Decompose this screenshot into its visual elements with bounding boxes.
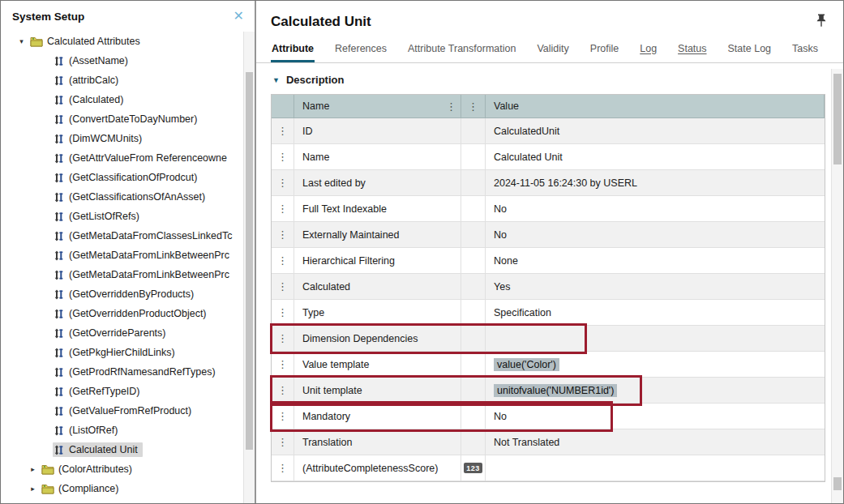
row-mini-cell (461, 222, 486, 247)
tree-item[interactable]: (GetOverrideParents) (1, 323, 243, 343)
tree-item-selection: (AssetName) (53, 53, 133, 68)
row-drag-handle[interactable]: ⋮ (272, 404, 294, 429)
row-drag-handle[interactable]: ⋮ (272, 144, 294, 169)
row-mini-cell (461, 429, 486, 455)
tab-state-log[interactable]: State Log (727, 36, 773, 62)
left-scrollbar[interactable] (243, 32, 255, 503)
row-drag-handle[interactable]: ⋮ (272, 300, 294, 325)
attribute-icon (54, 173, 64, 183)
tree-item[interactable]: (DimWCMUnits) (1, 129, 243, 148)
tree-item-selection: (GetAttrValueFrom Referenceowne (53, 151, 232, 165)
tab-references[interactable]: References (334, 36, 388, 62)
tab-attribute-transformation[interactable]: Attribute Transformation (407, 36, 516, 62)
tab-attribute[interactable]: Attribute (271, 36, 315, 62)
attribute-value-cell[interactable] (486, 455, 825, 481)
tree-item[interactable]: (Calculated) (1, 90, 243, 109)
tree-item[interactable]: (GetProdRfNamesandRefTypes) (1, 362, 243, 382)
value-column-header: Value (486, 95, 825, 117)
row-drag-handle[interactable]: ⋮ (272, 118, 294, 143)
row-drag-handle[interactable]: ⋮ (272, 429, 294, 455)
close-icon[interactable]: ✕ (233, 10, 244, 23)
attribute-value-cell[interactable]: Not Translated (486, 429, 825, 455)
tab-validity[interactable]: Validity (536, 36, 569, 62)
right-scrollbar-thumb[interactable] (833, 74, 842, 164)
attribute-value-cell[interactable]: Yes (486, 274, 825, 299)
row-drag-handle[interactable]: ⋮ (272, 326, 294, 351)
tree-item[interactable]: (GetClassificationOfProdcut) (1, 168, 243, 187)
tree-item[interactable]: (AssetName) (1, 51, 243, 70)
tab-profile[interactable]: Profile (589, 36, 619, 62)
tree-item-selection: (GetValueFromRefProduct) (53, 404, 196, 418)
attribute-name-cell: Externally Maintained (294, 222, 461, 247)
tab-tasks[interactable]: Tasks (791, 36, 819, 62)
tab-status[interactable]: Status (677, 36, 707, 62)
tree-folder-calculated-attributes[interactable]: ▾ Calculated Attributes (1, 32, 243, 51)
attribute-table-body: ⋮IDCalculatedUnit⋮NameCalculated Unit⋮La… (272, 118, 825, 481)
tree-folder-compliance[interactable]: ▸(Compliance) (1, 479, 243, 498)
attribute-value-cell[interactable]: Specification (486, 300, 825, 325)
pin-icon[interactable] (816, 14, 827, 31)
left-panel-header: System Setup ✕ (1, 1, 255, 32)
tree-item[interactable]: (attribCalc) (1, 70, 243, 90)
tree-folder-label: (ColorAttributes) (58, 463, 132, 475)
template-value-chip: unitofvalue('NUMBER1id') (494, 384, 617, 397)
attribute-value-cell[interactable] (486, 326, 825, 351)
tree-folder-colorattributes[interactable]: ▸(ColorAttributes) (1, 459, 243, 479)
collapse-arrow-icon[interactable]: ▸ (28, 465, 37, 473)
tree-item-label: (GetPkgHierChildLinks) (69, 347, 175, 358)
row-drag-handle[interactable]: ⋮ (272, 352, 294, 377)
attribute-value-cell[interactable]: None (486, 248, 825, 273)
right-scrollbar[interactable] (831, 69, 843, 503)
tree-item[interactable]: (GetOverriddenProductObject) (1, 304, 243, 323)
attribute-value-cell[interactable]: No (486, 222, 825, 247)
tree-item-label: (attribCalc) (69, 75, 118, 86)
tree-item[interactable]: (GetAttrValueFrom Referenceowne (1, 148, 243, 168)
attribute-value-cell[interactable]: No (486, 196, 825, 221)
row-drag-handle[interactable]: ⋮ (272, 170, 294, 195)
row-drag-handle[interactable]: ⋮ (272, 222, 294, 247)
attribute-name-cell: Value template (294, 352, 461, 377)
tree-item-selection: (GetClassificationsOfAnAsset) (53, 190, 210, 204)
attribute-icon (54, 270, 64, 280)
attribute-value-cell[interactable]: CalculatedUnit (486, 118, 825, 143)
table-row: ⋮Full Text IndexableNo (272, 196, 825, 222)
column-menu-icon[interactable]: ⋮ (446, 100, 456, 113)
tree-item[interactable]: (GetClassificationsOfAnAsset) (1, 187, 243, 207)
row-drag-handle[interactable]: ⋮ (272, 274, 294, 299)
attribute-value-cell[interactable]: No (486, 404, 825, 429)
attribute-table: Name ⋮ ⋮ Value ⋮IDCalculatedUnit⋮NameCal… (271, 94, 825, 482)
column-menu-icon[interactable]: ⋮ (468, 100, 478, 113)
tree-item[interactable]: (ConvertDateToDayNumber) (1, 109, 243, 129)
template-value-chip: value('Color') (494, 358, 559, 371)
row-drag-handle[interactable]: ⋮ (272, 248, 294, 273)
tree-item[interactable]: (GetValueFromRefProduct) (1, 401, 243, 421)
attribute-value-cell[interactable]: unitofvalue('NUMBER1id') (486, 378, 825, 403)
attribute-value-cell[interactable]: 2024-11-05 16:24:30 by USERL (486, 170, 825, 195)
expand-arrow-icon[interactable]: ▾ (17, 37, 26, 45)
tree-item[interactable]: Calculated Unit (1, 440, 243, 459)
collapse-arrow-icon[interactable]: ▸ (28, 485, 37, 493)
row-drag-handle[interactable]: ⋮ (272, 378, 294, 403)
left-scrollbar-thumb[interactable] (246, 72, 253, 450)
tree-item[interactable]: (GetRefTypeID) (1, 382, 243, 401)
tree-item[interactable]: (GetOverriddenByProducts) (1, 284, 243, 304)
tree-item[interactable]: (GetMetaDataFromLinkBetweenPrc (1, 265, 243, 284)
attribute-name-cell: ID (294, 118, 461, 143)
tree-item[interactable]: (GetListOfRefs) (1, 207, 243, 226)
tab-log[interactable]: Log (639, 36, 658, 62)
section-description[interactable]: ▼ Description (272, 74, 829, 86)
row-drag-handle[interactable]: ⋮ (272, 455, 294, 481)
tree-item[interactable]: (GetPkgHierChildLinks) (1, 343, 243, 362)
tree-item[interactable]: (GetMetaDataFromClassesLinkedTc (1, 226, 243, 246)
right-scrollbar-lower-thumb[interactable] (833, 477, 842, 490)
tree-item[interactable]: (GetMetaDataFromLinkBetweenPrc (1, 246, 243, 265)
attribute-value-cell[interactable]: value('Color') (486, 352, 825, 377)
tree-item[interactable]: (ListOfRef) (1, 421, 243, 440)
table-row: ⋮NameCalculated Unit (272, 144, 825, 170)
row-drag-handle[interactable]: ⋮ (272, 196, 294, 221)
app-window: System Setup ✕ ▾ Calculated Attributes (… (0, 0, 844, 504)
attribute-value-cell[interactable]: Calculated Unit (486, 144, 825, 169)
table-row: ⋮IDCalculatedUnit (272, 118, 825, 144)
attribute-name-cell: (AttributeCompletenessScore) (294, 455, 461, 481)
tree-item-label: (GetRefTypeID) (69, 386, 140, 397)
